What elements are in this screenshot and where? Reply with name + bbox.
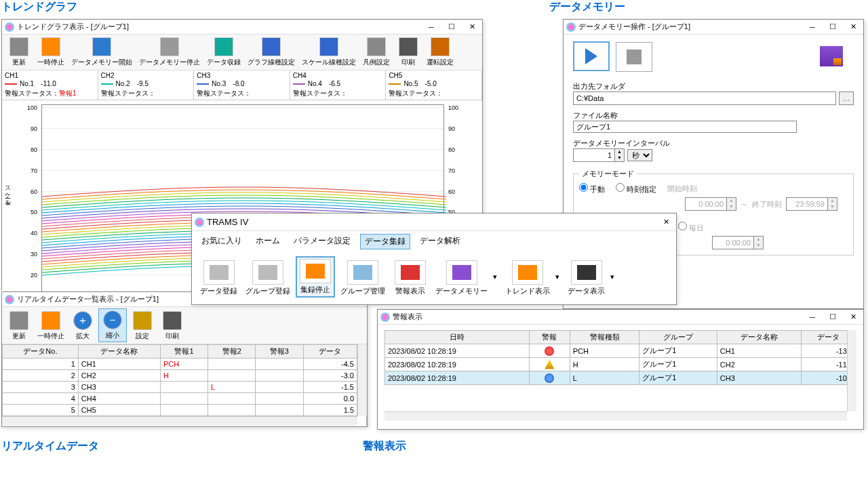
datamem-save-button[interactable]: [813, 41, 850, 71]
interval-spinner[interactable]: ▲▼: [573, 148, 625, 162]
toolbar-label: 更新: [12, 331, 26, 341]
trams-titlebar[interactable]: TRAMS IV ✕: [192, 214, 676, 231]
minimize-button[interactable]: ─: [802, 20, 823, 35]
close-button[interactable]: ✕: [656, 215, 676, 230]
col-header[interactable]: 警報: [529, 331, 570, 344]
tab-4[interactable]: データ解析: [416, 234, 465, 249]
minimize-button[interactable]: ─: [421, 20, 441, 35]
toolbar-btn-7[interactable]: 凡例設定: [360, 36, 393, 68]
toolbar-btn-0[interactable]: 更新: [5, 36, 33, 68]
maximize-button[interactable]: ☐: [823, 20, 843, 35]
col-header[interactable]: 警報1: [160, 345, 208, 359]
ribbon-btn-0[interactable]: データ登録: [197, 259, 240, 298]
toolbar-icon: [9, 37, 28, 56]
interval-unit-select[interactable]: 秒: [627, 149, 652, 161]
table-row[interactable]: 2023/08/02 10:28:19Hグループ1CH2-11.6: [385, 358, 856, 371]
ribbon-btn-7[interactable]: データ表示: [565, 259, 608, 298]
spin-up[interactable]: ▲: [614, 149, 624, 155]
toolbar-label: 更新: [12, 58, 26, 67]
rt-toolbar-btn-1[interactable]: 一時停止: [35, 310, 67, 342]
end-time-input[interactable]: ▲▼: [786, 197, 837, 211]
radio-timed[interactable]: 時刻指定: [616, 183, 656, 195]
ribbon-btn-2[interactable]: 集録停止: [296, 256, 335, 298]
folder-input[interactable]: [573, 92, 836, 105]
table-row[interactable]: 2023/08/02 10:28:19PCHグループ1CH1-13.1: [385, 344, 856, 358]
tab-3[interactable]: データ集録: [360, 234, 410, 249]
datamem-titlebar[interactable]: データメモリー操作 - [グループ1] ─ ☐ ✕: [564, 20, 863, 35]
col-header[interactable]: グループ: [639, 331, 717, 344]
maximize-button[interactable]: ☐: [441, 20, 462, 35]
ribbon-btn-1[interactable]: グループ登録: [243, 259, 293, 298]
rt-toolbar-btn-4[interactable]: 設定: [128, 310, 157, 342]
radio-daily[interactable]: 毎日: [678, 222, 704, 233]
close-button[interactable]: ✕: [843, 20, 863, 35]
daily-input[interactable]: ▲▼: [712, 236, 764, 249]
table-row[interactable]: 2CH2H-3.0: [3, 370, 367, 382]
scrollbar-v[interactable]: [357, 344, 367, 416]
dropdown-arrow[interactable]: ▾: [555, 272, 562, 281]
stop-icon: [627, 49, 642, 64]
ribbon-btn-5[interactable]: データメモリー: [433, 259, 490, 298]
browse-button[interactable]: …: [839, 92, 854, 105]
col-header[interactable]: 警報種類: [570, 331, 639, 344]
channel-cell: CH2No.2 -9.5警報ステータス：: [98, 70, 195, 100]
toolbar-btn-2[interactable]: データメモリー開始: [68, 36, 135, 68]
radio-manual[interactable]: 手動: [579, 183, 605, 195]
ribbon-label: 警報表示: [395, 286, 425, 296]
close-button[interactable]: ✕: [843, 310, 863, 325]
tab-0[interactable]: お気に入り: [197, 234, 246, 249]
rt-toolbar-btn-0[interactable]: 更新: [5, 310, 33, 342]
col-header[interactable]: データ: [303, 345, 357, 359]
datamem-start-button[interactable]: [573, 41, 610, 71]
spin-down[interactable]: ▼: [614, 155, 624, 161]
minimize-button[interactable]: ─: [802, 310, 823, 325]
scrollbar-h[interactable]: [384, 411, 847, 421]
close-button[interactable]: ✕: [462, 20, 482, 35]
table-row[interactable]: 4CH40.0: [3, 393, 367, 405]
dropdown-arrow[interactable]: ▾: [610, 272, 617, 281]
toolbar-btn-1[interactable]: 一時停止: [35, 36, 67, 68]
maximize-button[interactable]: ☐: [823, 310, 843, 325]
rt-toolbar-btn-2[interactable]: ＋拡大: [68, 310, 97, 342]
scrollbar-v[interactable]: [847, 330, 856, 411]
alarm-table[interactable]: 日時警報警報種類グループデータ名称データ2023/08/02 10:28:19P…: [384, 330, 856, 385]
datamem-stop-button[interactable]: [616, 42, 652, 72]
rt-toolbar-btn-5[interactable]: 印刷: [158, 310, 186, 342]
scrollbar-h[interactable]: [2, 416, 357, 426]
toolbar-btn-9[interactable]: 運転設定: [424, 36, 456, 68]
table-row[interactable]: 3CH3L-1.5: [3, 382, 367, 393]
label-alarm: 警報表示: [363, 439, 406, 453]
start-time-input[interactable]: ▲▼: [685, 197, 736, 211]
ribbon-btn-4[interactable]: 警報表示: [391, 259, 430, 298]
ribbon-btn-6[interactable]: トレンド表示: [502, 259, 553, 298]
tab-2[interactable]: パラメータ設定: [290, 234, 355, 249]
toolbar-btn-6[interactable]: スケール線種設定: [299, 36, 359, 68]
col-header[interactable]: 日時: [385, 331, 530, 344]
realtime-table[interactable]: データNo.データ名称警報1警報2警報3データ1CH1PCH-4.52CH2H-…: [2, 344, 367, 426]
interval-value[interactable]: [574, 149, 614, 161]
tab-1[interactable]: ホーム: [252, 234, 284, 249]
alarm-titlebar[interactable]: 警報表示 ─ ☐ ✕: [378, 310, 863, 325]
table-row[interactable]: 1CH1PCH-4.5: [3, 359, 367, 370]
toolbar-btn-5[interactable]: グラフ線種設定: [245, 36, 298, 68]
rt-toolbar-btn-3[interactable]: －縮小: [98, 308, 127, 342]
channel-cell: CH5No.5 -5.0警報ステータス：: [386, 70, 482, 100]
toolbar-icon: [399, 37, 418, 56]
ribbon-btn-3[interactable]: グループ管理: [338, 259, 388, 298]
toolbar-btn-8[interactable]: 印刷: [394, 36, 422, 68]
table-row[interactable]: 5CH51.5: [3, 405, 367, 416]
filename-input[interactable]: [573, 121, 797, 133]
ribbon-label: データメモリー: [435, 286, 488, 296]
col-header[interactable]: データ名称: [78, 345, 160, 359]
dropdown-arrow[interactable]: ▾: [493, 272, 500, 281]
toolbar-btn-3[interactable]: データメモリー停止: [136, 36, 203, 68]
trend-titlebar[interactable]: トレンドグラフ表示 - [グループ1] ─ ☐ ✕: [2, 20, 482, 35]
col-header[interactable]: データNo.: [3, 345, 79, 359]
col-header[interactable]: データ名称: [717, 331, 801, 344]
toolbar-label: 運転設定: [427, 58, 454, 67]
table-row[interactable]: 2023/08/02 10:28:19Lグループ1CH3-10.1: [385, 371, 856, 385]
app-icon: [5, 295, 14, 304]
col-header[interactable]: 警報3: [256, 345, 303, 359]
col-header[interactable]: 警報2: [208, 345, 256, 359]
toolbar-btn-4[interactable]: データ収録: [204, 36, 243, 68]
